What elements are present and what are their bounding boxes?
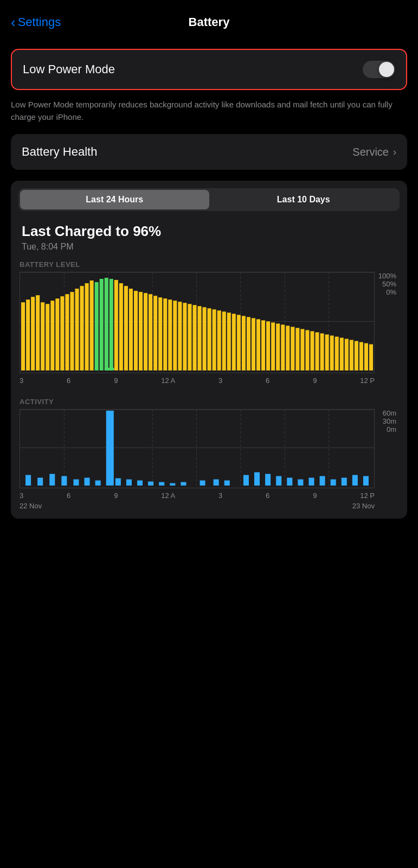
battery-health-card[interactable]: Battery Health Service › (11, 134, 407, 170)
svg-rect-110 (224, 480, 230, 486)
date-label-left: 22 Nov (20, 502, 42, 510)
svg-rect-99 (95, 480, 101, 486)
tab-last-10-days[interactable]: Last 10 Days (209, 190, 398, 209)
x-label: 6 (67, 376, 70, 385)
svg-rect-40 (168, 299, 172, 371)
svg-rect-104 (148, 481, 153, 486)
svg-rect-25 (95, 282, 99, 371)
svg-rect-19 (65, 294, 69, 371)
x-label: 9 (114, 492, 118, 500)
battery-health-right: Service › (352, 146, 396, 158)
svg-rect-61 (271, 322, 275, 370)
svg-rect-103 (137, 480, 143, 486)
activity-label: ACTIVITY (20, 398, 398, 406)
battery-health-label: Battery Health (22, 145, 97, 159)
svg-rect-46 (198, 306, 202, 371)
battery-level-label: BATTERY LEVEL (20, 260, 398, 269)
svg-rect-98 (85, 477, 90, 486)
svg-rect-67 (300, 329, 304, 370)
low-power-mode-toggle[interactable] (363, 61, 395, 78)
svg-rect-95 (49, 474, 55, 486)
svg-rect-51 (222, 311, 226, 370)
svg-rect-39 (163, 298, 167, 371)
low-power-mode-row[interactable]: Low Power Mode (12, 50, 406, 89)
svg-rect-42 (178, 302, 182, 371)
svg-rect-58 (256, 319, 260, 370)
svg-rect-53 (232, 314, 236, 370)
svg-rect-73 (330, 336, 334, 371)
svg-rect-32 (129, 289, 133, 371)
svg-rect-57 (252, 318, 255, 370)
low-power-mode-description: Low Power Mode temporarily reduces backg… (11, 99, 407, 123)
svg-rect-107 (181, 482, 186, 486)
back-chevron-icon: ‹ (11, 15, 16, 29)
svg-rect-102 (126, 479, 132, 486)
battery-health-row[interactable]: Battery Health Service › (11, 134, 407, 170)
svg-rect-122 (363, 476, 369, 486)
x-label: 12 A (161, 376, 175, 385)
activity-section: ACTIVITY (11, 398, 407, 510)
x-label: 3 (20, 376, 23, 385)
svg-rect-116 (298, 479, 303, 486)
back-label: Settings (18, 15, 61, 29)
svg-rect-63 (281, 324, 285, 370)
back-button[interactable]: ‹ Settings (11, 15, 61, 29)
svg-rect-101 (115, 478, 121, 486)
svg-rect-52 (227, 312, 231, 370)
x-label: 3 (218, 492, 222, 500)
x-label: 6 (67, 492, 70, 500)
page-title: Battery (189, 15, 230, 29)
svg-rect-106 (170, 483, 175, 486)
svg-rect-55 (242, 316, 246, 370)
svg-rect-60 (266, 321, 270, 370)
svg-rect-108 (200, 480, 205, 486)
tab-last-24-hours[interactable]: Last 24 Hours (20, 190, 209, 209)
battery-y-axis: 100% 50% 0% (375, 272, 398, 296)
svg-rect-27 (105, 278, 108, 371)
svg-rect-66 (295, 328, 299, 370)
charge-info: Last Charged to 96% Tue, 8:04 PM (11, 219, 407, 260)
svg-rect-68 (305, 330, 309, 370)
svg-rect-77 (350, 340, 353, 371)
svg-rect-47 (203, 307, 207, 371)
svg-rect-64 (286, 326, 290, 370)
svg-rect-69 (310, 331, 314, 370)
svg-rect-96 (61, 476, 67, 486)
svg-rect-21 (75, 289, 79, 371)
svg-rect-121 (352, 475, 358, 486)
svg-rect-71 (320, 334, 324, 371)
svg-rect-35 (144, 293, 147, 371)
toggle-thumb (379, 62, 394, 77)
svg-rect-15 (46, 304, 49, 371)
svg-rect-75 (340, 338, 344, 371)
svg-rect-17 (55, 298, 59, 371)
svg-rect-13 (36, 295, 40, 371)
svg-rect-29 (114, 280, 118, 371)
x-label: 12 A (161, 492, 175, 500)
charge-title: Last Charged to 96% (22, 223, 396, 240)
svg-rect-14 (41, 302, 44, 371)
svg-rect-59 (261, 320, 265, 370)
svg-rect-54 (237, 315, 241, 370)
x-label: 6 (266, 492, 269, 500)
svg-rect-117 (308, 477, 314, 486)
svg-rect-26 (100, 279, 104, 371)
tab-selector: Last 24 Hours Last 10 Days (18, 188, 400, 211)
svg-rect-62 (276, 323, 280, 370)
activity-chart (20, 409, 375, 489)
svg-rect-118 (320, 476, 325, 486)
svg-rect-48 (208, 308, 211, 371)
svg-rect-33 (134, 291, 138, 371)
svg-rect-31 (124, 286, 128, 371)
svg-rect-74 (335, 337, 339, 371)
svg-rect-30 (119, 283, 123, 371)
svg-rect-41 (173, 301, 177, 371)
charge-subtitle: Tue, 8:04 PM (22, 242, 396, 252)
svg-rect-24 (90, 280, 94, 371)
x-label: 9 (313, 492, 317, 500)
svg-rect-100 (106, 411, 114, 486)
svg-rect-11 (26, 299, 30, 371)
x-label: 9 (114, 376, 118, 385)
svg-rect-49 (213, 309, 216, 371)
svg-rect-115 (287, 477, 292, 486)
